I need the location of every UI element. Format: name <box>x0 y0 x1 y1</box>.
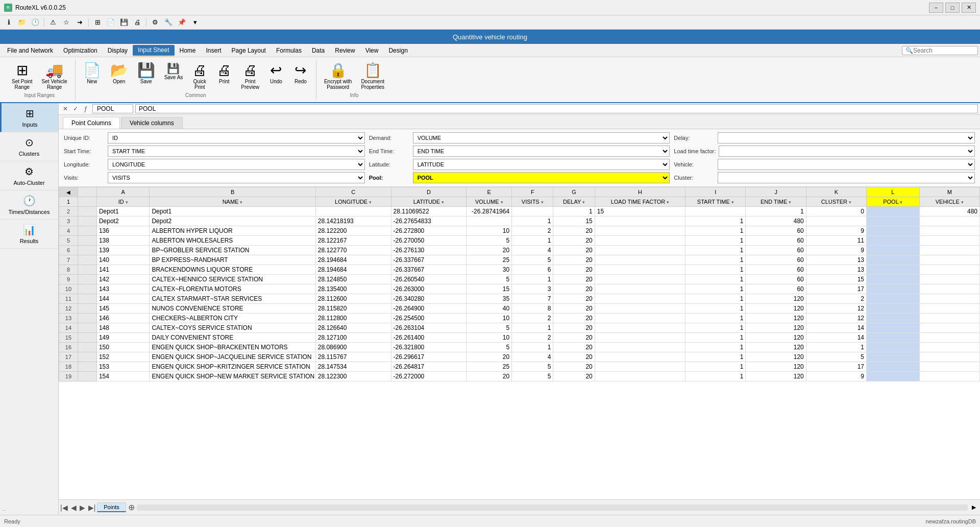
vol-cell[interactable]: 10 <box>467 226 512 236</box>
lat-cell[interactable]: -26.337667 <box>391 255 467 265</box>
menu-design[interactable]: Design <box>383 45 412 56</box>
lat-cell[interactable]: -26.263104 <box>391 323 467 333</box>
name-cell[interactable]: ENGEN QUICK SHOP~NEW MARKET SERVICE STAT… <box>150 372 315 381</box>
vis-cell[interactable]: 3 <box>512 284 553 294</box>
vol-cell[interactable]: 40 <box>467 304 512 314</box>
et-cell[interactable]: 480 <box>746 217 806 226</box>
menu-optimization[interactable]: Optimization <box>58 45 103 56</box>
et-cell[interactable]: 120 <box>746 343 806 352</box>
tab-point-columns[interactable]: Point Columns <box>63 117 120 129</box>
et-col-header[interactable]: END TIME ▾ <box>746 197 806 207</box>
st-cell[interactable]: 1 <box>685 217 746 226</box>
set-point-range-button[interactable]: ⊞ Set PointRange <box>8 61 36 92</box>
cluster-select[interactable] <box>718 172 975 183</box>
col-e-header[interactable]: E <box>467 187 512 197</box>
vehicle-cell[interactable] <box>919 255 979 265</box>
sidebar-item-clusters[interactable]: ⊙ Clusters <box>0 132 58 161</box>
st-cell[interactable]: 1 <box>685 372 746 381</box>
set-vehicle-range-button[interactable]: 🚚 Set VehicleRange <box>38 61 71 92</box>
pool-cell[interactable] <box>867 294 920 304</box>
qa-print-button[interactable]: 🖨 <box>132 17 143 28</box>
pool-cell[interactable] <box>867 246 920 255</box>
id-cell[interactable]: 145 <box>96 304 150 314</box>
pool-cell[interactable] <box>867 362 920 372</box>
vehicle-cell[interactable] <box>919 333 979 343</box>
scroll-right[interactable]: ▶ <box>970 504 978 511</box>
close-button[interactable]: ✕ <box>962 3 976 13</box>
vehicle-cell[interactable]: 480 <box>919 207 979 217</box>
lat-cell[interactable]: -26.272800 <box>391 226 467 236</box>
minimize-button[interactable]: − <box>929 3 943 13</box>
cluster-cell[interactable]: 17 <box>806 362 866 372</box>
lon-col-header[interactable]: LONGITUDE ▾ <box>315 197 391 207</box>
id-cell[interactable]: 136 <box>96 226 150 236</box>
table-row[interactable]: 11144CALTEX STARMART~STAR SERVICES28.112… <box>59 294 980 304</box>
vol-cell[interactable]: 5 <box>467 323 512 333</box>
et-cell[interactable]: 1 <box>746 207 806 217</box>
pool-cell[interactable] <box>867 284 920 294</box>
vis-cell[interactable]: 1 <box>512 323 553 333</box>
et-cell[interactable]: 120 <box>746 294 806 304</box>
ltf-cell[interactable] <box>595 314 685 323</box>
menu-review[interactable]: Review <box>330 45 360 56</box>
delay-cell[interactable]: 20 <box>553 314 595 323</box>
id-cell[interactable]: 140 <box>96 255 150 265</box>
ltf-cell[interactable] <box>595 333 685 343</box>
lat-cell[interactable]: -26.264817 <box>391 362 467 372</box>
st-cell[interactable]: 1 <box>685 362 746 372</box>
id-cell[interactable]: 152 <box>96 352 150 362</box>
cluster-cell[interactable]: 12 <box>806 304 866 314</box>
delay-cell[interactable]: 20 <box>553 236 595 246</box>
vol-cell[interactable]: 5 <box>467 275 512 284</box>
et-cell[interactable]: 120 <box>746 362 806 372</box>
vehicle-cell[interactable] <box>919 284 979 294</box>
vehicle-cell[interactable] <box>919 343 979 352</box>
col-d-header[interactable]: D <box>391 187 467 197</box>
new-button[interactable]: 📄 New <box>80 61 105 86</box>
vehicle-select[interactable] <box>718 159 975 170</box>
st-col-header[interactable]: START TIME ▾ <box>685 197 746 207</box>
lat-cell[interactable]: -26.321800 <box>391 343 467 352</box>
vis-cell[interactable]: 2 <box>512 314 553 323</box>
table-row[interactable]: 17152ENGEN QUICK SHOP~JACQUELINE SERVICE… <box>59 352 980 362</box>
print-preview-button[interactable]: 🖨 PrintPreview <box>237 61 263 92</box>
ltf-cell[interactable] <box>595 294 685 304</box>
qa-clock-button[interactable]: 🕐 <box>30 17 41 28</box>
name-cell[interactable]: Depot1 <box>150 207 315 217</box>
vol-cell[interactable]: 30 <box>467 265 512 275</box>
vis-cell[interactable]: 1 <box>512 217 553 226</box>
cluster-cell[interactable]: 17 <box>806 284 866 294</box>
vis-cell[interactable]: 1 <box>512 343 553 352</box>
vehicle-cell[interactable] <box>919 226 979 236</box>
pool-cell[interactable] <box>867 333 920 343</box>
pool-cell[interactable] <box>867 226 920 236</box>
pool-col-header[interactable]: POOL ▾ <box>867 197 920 207</box>
lon-cell[interactable]: 28.122200 <box>315 226 391 236</box>
formula-confirm-button[interactable]: ✓ <box>71 104 80 113</box>
col-g-header[interactable]: G <box>553 187 595 197</box>
vehicle-cell[interactable] <box>919 294 979 304</box>
vol-cell[interactable]: 10 <box>467 333 512 343</box>
pool-cell[interactable] <box>867 265 920 275</box>
sheet-nav-next[interactable]: ▶ <box>78 504 87 512</box>
pool-cell[interactable] <box>867 236 920 246</box>
latitude-select[interactable]: LATITUDE <box>413 159 670 170</box>
ltf-cell[interactable] <box>595 362 685 372</box>
sheet-tab-points[interactable]: Points <box>97 502 126 512</box>
col-h-header[interactable]: H <box>595 187 685 197</box>
lon-cell[interactable] <box>315 207 391 217</box>
qa-grid-button[interactable]: ⊞ <box>92 17 103 28</box>
cluster-cell[interactable]: 9 <box>806 246 866 255</box>
menu-view[interactable]: View <box>360 45 384 56</box>
search-input[interactable] <box>913 47 974 54</box>
vis-cell[interactable]: 1 <box>512 275 553 284</box>
cluster-cell[interactable]: 11 <box>806 236 866 246</box>
qa-open-button[interactable]: 📁 <box>16 17 28 28</box>
id-cell[interactable]: 141 <box>96 265 150 275</box>
pool-cell[interactable] <box>867 314 920 323</box>
ltf-cell[interactable] <box>595 352 685 362</box>
cluster-cell[interactable]: 0 <box>806 207 866 217</box>
id-cell[interactable]: 148 <box>96 323 150 333</box>
delay-cell[interactable]: 15 <box>553 217 595 226</box>
vehicle-cell[interactable] <box>919 362 979 372</box>
